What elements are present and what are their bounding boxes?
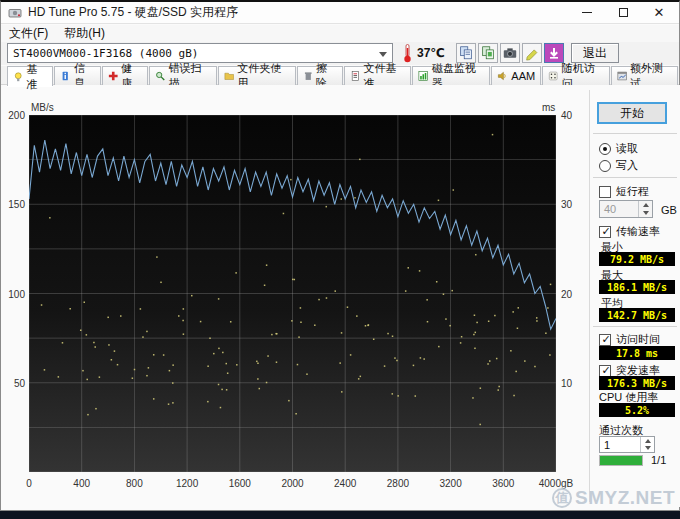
tab-file-benchmark[interactable]: 文件基准 [344,66,411,85]
line-chart-icon [617,70,627,82]
progress-label: 1/1 [651,454,666,466]
folder-icon [224,70,234,82]
tab-label: AAM [511,70,535,82]
divider [593,177,677,178]
axis-tick-label: 2000 [271,478,315,489]
chevron-down-icon [379,52,387,57]
tab-error-scan[interactable]: 错误扫描 [149,66,216,85]
tab-health[interactable]: 健康 [102,66,148,85]
download-arrow-icon [547,46,561,60]
axis-tick-label: 30 [561,199,572,210]
bar-chart-icon [418,70,428,82]
axis-tick-label: 150 [3,199,25,210]
app-icon [8,6,22,20]
checkbox-icon [599,186,611,198]
app-window: HD Tune Pro 5.75 - 硬盘/SSD 实用程序 ✕ 文件(F) 帮… [0,0,680,511]
tab-folder-usage[interactable]: 文件夹使用 [218,66,296,85]
radio-dot-icon [599,160,611,172]
update-button[interactable] [544,43,564,63]
lightbulb-icon [13,71,23,83]
tab-erase[interactable]: 擦除 [297,66,343,85]
save-screenshot-button[interactable] [500,43,520,63]
copy-text-icon [458,45,474,61]
tab-info[interactable]: 信息 [54,66,100,85]
short-stroke-checkbox[interactable]: 短行程 [599,184,649,199]
divider [593,326,677,327]
magnifier-icon [155,70,165,82]
progress-bar [599,455,643,466]
tab-aam[interactable]: AAM [491,66,541,85]
spinner-arrows-icon[interactable] [638,201,652,217]
axis-tick-label: 10 [561,378,572,389]
tab-benchmark[interactable]: 基准 [7,66,53,86]
axis-tick-label: 0 [7,478,51,489]
progress-fill [600,456,642,465]
spinner-arrows-icon[interactable] [640,437,654,452]
access-time-label: 访问时间 [616,332,660,347]
tabbar: 基准 信息 健康 错误扫描 文件夹使用 擦除 [1,66,679,85]
options-icon [524,45,540,61]
pass-count-spinner[interactable]: 1 [599,436,655,453]
write-radio[interactable]: 写入 [599,158,638,173]
axis-tick-label: 20 [561,289,572,300]
info-icon [60,70,70,82]
checkbox-icon [599,365,611,377]
drive-selector-combobox[interactable]: ST4000VM000-1F3168 (4000 gB) [7,43,393,63]
tab-disk-monitor[interactable]: 磁盘监视器 [412,66,490,85]
dice-icon [548,70,558,82]
min-value: 79.2 MB/s [599,252,675,266]
drive-selector-value: ST4000VM000-1F3168 (4000 gB) [13,47,198,60]
checkbox-icon [599,334,611,346]
axis-tick-label: 200 [3,110,25,121]
gb-unit-label: GB [661,204,677,216]
read-label: 读取 [616,141,638,156]
axis-tick-label: 2800 [376,478,420,489]
avg-value: 142.7 MB/s [599,308,675,322]
short-stroke-size-spinner[interactable]: 40 [599,200,653,218]
window-title: HD Tune Pro 5.75 - 硬盘/SSD 实用程序 [28,4,238,21]
access-time-checkbox[interactable]: 访问时间 [599,332,660,347]
file-icon [350,70,360,82]
menu-help[interactable]: 帮助(H) [56,25,113,42]
axis-tick-label: 40 [561,110,572,121]
exit-button[interactable]: 退出 [571,43,619,63]
speaker-icon [497,70,508,82]
axis-tick-label: 400 [60,478,104,489]
read-radio[interactable]: 读取 [599,141,638,156]
y-axis-unit-left: MB/s [31,102,54,113]
menu-file[interactable]: 文件(F) [1,25,56,42]
start-button[interactable]: 开始 [597,102,667,124]
minimize-button[interactable] [571,2,603,23]
short-stroke-value: 40 [604,203,616,215]
axis-tick-label: 800 [112,478,156,489]
screenshot-camera-icon [502,45,518,61]
axis-tick-label: 3200 [429,478,473,489]
pass-count-value: 1 [604,439,610,451]
options-button[interactable] [522,43,542,63]
divider [593,133,677,134]
close-button[interactable]: ✕ [643,2,675,23]
access-time-value: 17.8 ms [599,346,675,360]
write-label: 写入 [616,158,638,173]
maximize-button[interactable] [607,2,639,23]
tab-random-access[interactable]: 随机访问 [542,66,609,85]
copy-text-button[interactable] [456,43,476,63]
menubar: 文件(F) 帮助(H) [1,25,679,42]
short-stroke-label: 短行程 [616,184,649,199]
axis-tick-label: 100 [3,289,25,300]
panel-divider [589,90,590,502]
benchmark-plot [29,115,556,472]
axis-tick-label: 50 [3,378,25,389]
watermark-text: SMYZ.NET [575,487,675,509]
tab-extra-tests[interactable]: 额外测试 [611,66,678,85]
transfer-rate-checkbox[interactable]: 传输速率 [599,224,660,239]
start-label: 开始 [620,105,644,122]
copy-image-icon [480,45,496,61]
exit-label: 退出 [583,45,607,62]
max-value: 186.1 MB/s [599,280,675,294]
temperature-readout: 37℃ [417,46,445,60]
health-cross-icon [108,70,118,82]
radio-dot-icon [599,143,611,155]
transfer-rate-label: 传输速率 [616,224,660,239]
copy-image-button[interactable] [478,43,498,63]
